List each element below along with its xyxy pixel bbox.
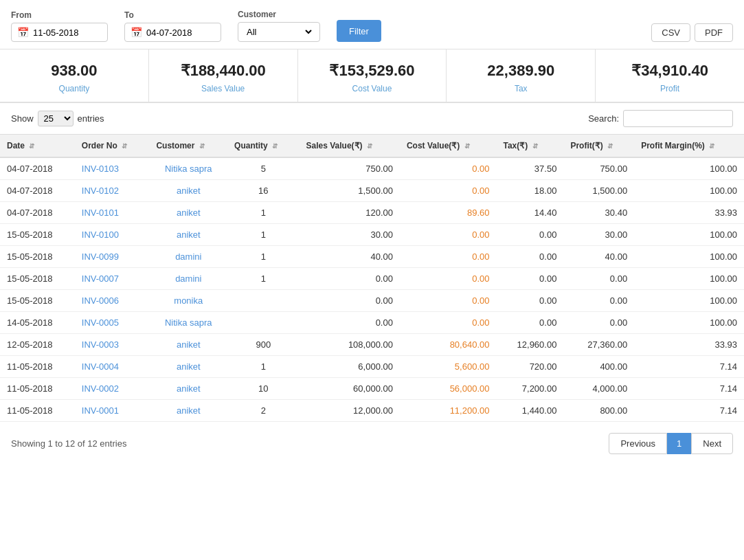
sort-icon-tax: ⇵ — [532, 142, 538, 150]
cost-value: ₹153,529.60 — [305, 62, 440, 80]
cell-quantity: 5 — [227, 157, 299, 180]
cell-profit: 750.00 — [563, 157, 634, 180]
quantity-value: 938.00 — [7, 62, 142, 80]
col-date[interactable]: Date ⇵ — [0, 135, 75, 158]
cell-cost: 0.00 — [400, 268, 497, 290]
cell-customer[interactable]: aniket — [149, 334, 227, 356]
cell-customer[interactable]: aniket — [149, 202, 227, 224]
cell-date: 15-05-2018 — [0, 268, 75, 290]
cell-quantity: 10 — [227, 378, 299, 400]
table-row: 12-05-2018 INV-0003 aniket 900 108,000.0… — [0, 334, 744, 356]
calendar-icon-to: 📅 — [131, 27, 142, 38]
col-margin[interactable]: Profit Margin(%) ⇵ — [634, 135, 744, 158]
cell-profit: 0.00 — [563, 290, 634, 312]
cell-customer[interactable]: aniket — [149, 378, 227, 400]
cell-sales: 0.00 — [300, 312, 400, 334]
cell-order-no[interactable]: INV-0006 — [75, 290, 150, 312]
cell-order-no[interactable]: INV-0002 — [75, 378, 150, 400]
cell-quantity — [227, 312, 299, 334]
filter-button[interactable]: Filter — [337, 20, 381, 42]
cell-quantity: 1 — [227, 356, 299, 378]
cell-order-no[interactable]: INV-0003 — [75, 334, 150, 356]
cell-margin: 100.00 — [634, 180, 744, 202]
table-row: 15-05-2018 INV-0006 monika 0.00 0.00 0.0… — [0, 290, 744, 312]
col-customer[interactable]: Customer ⇵ — [149, 135, 227, 158]
cell-order-no[interactable]: INV-0007 — [75, 268, 150, 290]
next-button[interactable]: Next — [691, 433, 733, 454]
csv-button[interactable]: CSV — [651, 23, 690, 42]
cell-profit: 0.00 — [563, 312, 634, 334]
cell-margin: 100.00 — [634, 224, 744, 246]
filter-bar: From 📅 To 📅 Customer All aniket damini m… — [0, 0, 744, 49]
cell-tax: 7,200.00 — [496, 378, 563, 400]
cell-tax: 18.00 — [496, 180, 563, 202]
col-cost[interactable]: Cost Value(₹) ⇵ — [400, 135, 497, 158]
cell-order-no[interactable]: INV-0100 — [75, 224, 150, 246]
cell-customer[interactable]: aniket — [149, 400, 227, 422]
cell-date: 04-07-2018 — [0, 202, 75, 224]
cell-sales: 12,000.00 — [300, 400, 400, 422]
cell-order-no[interactable]: INV-0001 — [75, 400, 150, 422]
cell-profit: 30.40 — [563, 202, 634, 224]
from-date-input-wrapper: 📅 — [11, 23, 108, 42]
cell-customer[interactable]: Nitika sapra — [149, 157, 227, 180]
sort-icon-sales: ⇵ — [367, 142, 372, 150]
cell-customer[interactable]: monika — [149, 290, 227, 312]
cell-profit: 30.00 — [563, 224, 634, 246]
col-profit[interactable]: Profit(₹) ⇵ — [563, 135, 634, 158]
cell-date: 15-05-2018 — [0, 290, 75, 312]
cell-tax: 12,960.00 — [496, 334, 563, 356]
cell-margin: 7.14 — [634, 378, 744, 400]
search-input[interactable] — [623, 110, 733, 127]
quantity-card: 938.00 Quantity — [0, 49, 149, 102]
cell-sales: 1,500.00 — [300, 180, 400, 202]
table-header-row: Date ⇵ Order No ⇵ Customer ⇵ Quantity ⇵ … — [0, 135, 744, 158]
cell-customer[interactable]: aniket — [149, 224, 227, 246]
cell-order-no[interactable]: INV-0004 — [75, 356, 150, 378]
cell-sales: 108,000.00 — [300, 334, 400, 356]
cell-margin: 7.14 — [634, 400, 744, 422]
page-1-button[interactable]: 1 — [667, 433, 691, 454]
cell-sales: 6,000.00 — [300, 356, 400, 378]
pagination: Previous 1 Next — [609, 433, 733, 454]
cell-quantity: 16 — [227, 180, 299, 202]
previous-button[interactable]: Previous — [609, 433, 667, 454]
entries-select[interactable]: 25 10 50 100 — [38, 111, 74, 126]
table-controls: Show 25 10 50 100 entries Search: — [0, 103, 744, 134]
col-quantity[interactable]: Quantity ⇵ — [227, 135, 299, 158]
cell-customer[interactable]: aniket — [149, 356, 227, 378]
cell-profit: 0.00 — [563, 268, 634, 290]
cell-sales: 0.00 — [300, 268, 400, 290]
table-row: 04-07-2018 INV-0101 aniket 1 120.00 89.6… — [0, 202, 744, 224]
to-date-input[interactable] — [146, 27, 215, 38]
from-date-input[interactable] — [33, 27, 102, 38]
cell-order-no[interactable]: INV-0103 — [75, 157, 150, 180]
cell-profit: 800.00 — [563, 400, 634, 422]
cell-order-no[interactable]: INV-0005 — [75, 312, 150, 334]
cell-customer[interactable]: damini — [149, 268, 227, 290]
cell-order-no[interactable]: INV-0099 — [75, 246, 150, 268]
cell-tax: 0.00 — [496, 312, 563, 334]
cell-margin: 100.00 — [634, 246, 744, 268]
cell-tax: 0.00 — [496, 224, 563, 246]
cell-date: 04-07-2018 — [0, 180, 75, 202]
cell-date: 15-05-2018 — [0, 246, 75, 268]
show-label: Show — [11, 113, 34, 124]
bottom-bar: Showing 1 to 12 of 12 entries Previous 1… — [0, 425, 744, 462]
sort-icon-qty: ⇵ — [272, 142, 278, 150]
cell-order-no[interactable]: INV-0102 — [75, 180, 150, 202]
col-tax[interactable]: Tax(₹) ⇵ — [496, 135, 563, 158]
col-sales[interactable]: Sales Value(₹) ⇵ — [300, 135, 400, 158]
customer-select[interactable]: All aniket damini monika Nitika sapra — [244, 26, 314, 38]
cell-profit: 400.00 — [563, 356, 634, 378]
cell-customer[interactable]: aniket — [149, 180, 227, 202]
cell-customer[interactable]: Nitika sapra — [149, 312, 227, 334]
pdf-button[interactable]: PDF — [695, 23, 733, 42]
cell-customer[interactable]: damini — [149, 246, 227, 268]
col-order-no[interactable]: Order No ⇵ — [75, 135, 150, 158]
cell-order-no[interactable]: INV-0101 — [75, 202, 150, 224]
cell-margin: 7.14 — [634, 356, 744, 378]
cell-cost: 11,200.00 — [400, 400, 497, 422]
cell-margin: 100.00 — [634, 157, 744, 180]
cell-cost: 80,640.00 — [400, 334, 497, 356]
